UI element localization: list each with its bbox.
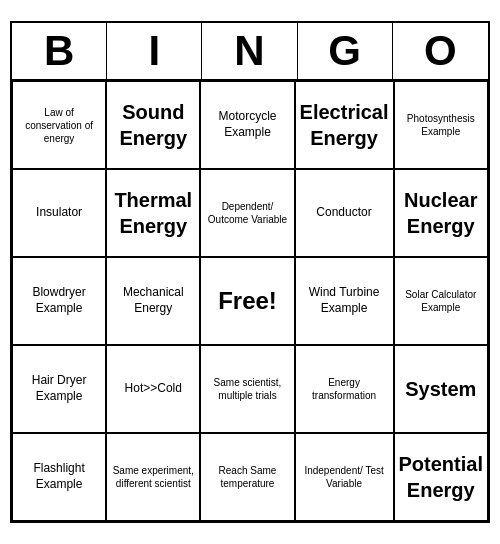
bingo-cell-20[interactable]: Flashlight Example [12, 433, 106, 521]
bingo-cell-17[interactable]: Same scientist, multiple trials [200, 345, 294, 433]
bingo-grid: Law of conservation of energySound Energ… [12, 81, 488, 521]
bingo-cell-24[interactable]: Potential Energy [394, 433, 488, 521]
bingo-cell-9[interactable]: Nuclear Energy [394, 169, 488, 257]
bingo-cell-6[interactable]: Thermal Energy [106, 169, 200, 257]
bingo-cell-19[interactable]: System [394, 345, 488, 433]
bingo-cell-23[interactable]: Independent/ Test Variable [295, 433, 394, 521]
bingo-cell-21[interactable]: Same experiment, different scientist [106, 433, 200, 521]
bingo-cell-7[interactable]: Dependent/ Outcome Variable [200, 169, 294, 257]
header-letter-o: O [393, 23, 488, 79]
bingo-cell-4[interactable]: Photosynthesis Example [394, 81, 488, 169]
bingo-cell-12[interactable]: Free! [200, 257, 294, 345]
bingo-cell-3[interactable]: Electrical Energy [295, 81, 394, 169]
bingo-card: BINGO Law of conservation of energySound… [10, 21, 490, 523]
bingo-cell-14[interactable]: Solar Calculator Example [394, 257, 488, 345]
bingo-cell-5[interactable]: Insulator [12, 169, 106, 257]
header-letter-n: N [202, 23, 297, 79]
bingo-cell-16[interactable]: Hot>>Cold [106, 345, 200, 433]
header-letter-g: G [298, 23, 393, 79]
bingo-cell-1[interactable]: Sound Energy [106, 81, 200, 169]
bingo-cell-2[interactable]: Motorcycle Example [200, 81, 294, 169]
bingo-cell-11[interactable]: Mechanical Energy [106, 257, 200, 345]
bingo-cell-0[interactable]: Law of conservation of energy [12, 81, 106, 169]
bingo-header: BINGO [12, 23, 488, 81]
header-letter-b: B [12, 23, 107, 79]
bingo-cell-13[interactable]: Wind Turbine Example [295, 257, 394, 345]
bingo-cell-18[interactable]: Energy transformation [295, 345, 394, 433]
bingo-cell-8[interactable]: Conductor [295, 169, 394, 257]
header-letter-i: I [107, 23, 202, 79]
bingo-cell-22[interactable]: Reach Same temperature [200, 433, 294, 521]
bingo-cell-15[interactable]: Hair Dryer Example [12, 345, 106, 433]
bingo-cell-10[interactable]: Blowdryer Example [12, 257, 106, 345]
